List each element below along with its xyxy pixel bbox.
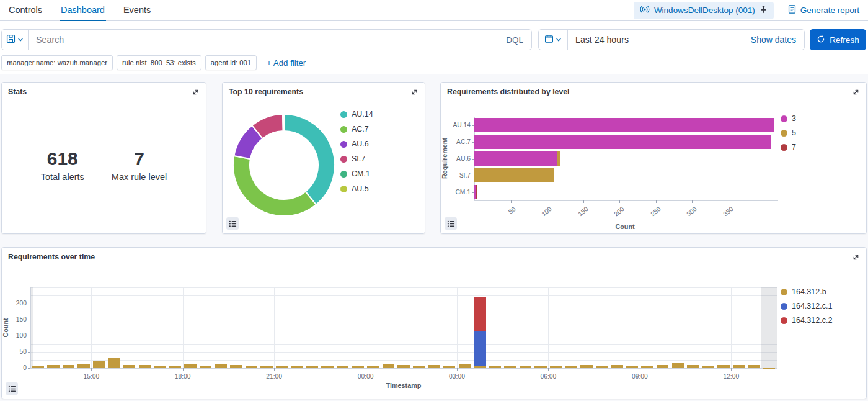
legend-item[interactable]: 3	[781, 114, 796, 123]
expand-icon[interactable]	[410, 88, 419, 96]
time-bar-segment-164.312.b[interactable]	[459, 364, 471, 368]
search-input[interactable]	[29, 35, 498, 45]
time-bar-segment-164.312.b[interactable]	[63, 365, 75, 368]
filter-pill-manager-name[interactable]: manager.name: wazuh.manager	[1, 55, 113, 70]
bar-SI.7-level-5[interactable]	[474, 168, 554, 182]
time-bar-segment-164.312.b[interactable]	[489, 366, 502, 368]
time-bar-segment-164.312.c.2[interactable]	[474, 297, 486, 331]
total-alerts-value: 618	[41, 150, 84, 168]
time-bar-segment-164.312.b[interactable]	[276, 366, 288, 368]
donut-slice-CM.1[interactable]	[283, 114, 284, 131]
time-bar-segment-164.312.b[interactable]	[717, 365, 730, 368]
time-bar-segment-164.312.c.1[interactable]	[474, 331, 486, 366]
time-bar-segment-164.312.b[interactable]	[367, 366, 379, 368]
time-bar-segment-164.312.b[interactable]	[200, 366, 212, 368]
time-bar-segment-164.312.b[interactable]	[352, 366, 365, 368]
time-bar-segment-164.312.b[interactable]	[641, 366, 653, 368]
time-bar-segment-164.312.b[interactable]	[230, 365, 242, 368]
pin-icon[interactable]	[760, 5, 768, 16]
time-bar-segment-164.312.b[interactable]	[397, 365, 410, 368]
time-bar-segment-164.312.b[interactable]	[337, 366, 349, 368]
query-bar: DQL	[1, 29, 532, 50]
time-bar-segment-164.312.b[interactable]	[611, 365, 623, 368]
show-dates-button[interactable]: Show dates	[751, 35, 804, 45]
bar-AU.6-level-5[interactable]	[557, 151, 561, 166]
time-bar-segment-164.312.b[interactable]	[413, 366, 425, 368]
legend-item[interactable]: 5	[781, 128, 796, 137]
time-bar-segment-164.312.b[interactable]	[443, 366, 456, 368]
bar-AU.6-level-3[interactable]	[474, 151, 557, 166]
refresh-button[interactable]: Refresh	[810, 29, 866, 50]
expand-icon[interactable]	[192, 88, 200, 96]
time-bar-segment-164.312.b[interactable]	[154, 366, 166, 368]
legend-item[interactable]: AU.5	[340, 184, 373, 193]
bar-AU.14-level-3[interactable]	[474, 118, 774, 132]
donut-slice-AU.14[interactable]	[284, 114, 335, 205]
legend-item[interactable]: AU.14	[340, 110, 373, 119]
time-bar-segment-164.312.b[interactable]	[550, 366, 562, 368]
time-bar-segment-164.312.b[interactable]	[626, 366, 639, 368]
time-bar-segment-164.312.b[interactable]	[215, 364, 227, 368]
time-bar-segment-164.312.b[interactable]	[123, 365, 136, 368]
tab-events[interactable]: Events	[122, 1, 152, 20]
time-bar-segment-164.312.b[interactable]	[291, 366, 303, 368]
time-bar-segment-164.312.b[interactable]	[383, 364, 395, 368]
time-bar-segment-164.312.b[interactable]	[260, 366, 273, 368]
time-bar-segment-164.312.b[interactable]	[306, 366, 319, 368]
time-bar-segment-164.312.b[interactable]	[428, 365, 440, 368]
time-bar-segment-164.312.b[interactable]	[702, 366, 715, 368]
time-bar-segment-164.312.b[interactable]	[657, 365, 669, 368]
time-bar-segment-164.312.b[interactable]	[474, 366, 486, 368]
time-bar-segment-164.312.b[interactable]	[184, 364, 197, 368]
time-bar-segment-164.312.b[interactable]	[108, 358, 120, 368]
x-tick-label: 100	[541, 205, 553, 217]
time-bar-segment-164.312.b[interactable]	[78, 364, 90, 368]
time-bar-segment-164.312.b[interactable]	[580, 365, 593, 368]
legend-label: AU.5	[352, 184, 369, 193]
time-bar-segment-164.312.b[interactable]	[687, 365, 699, 368]
tab-controls[interactable]: Controls	[7, 1, 43, 20]
generate-report-button[interactable]: Generate report	[787, 4, 859, 16]
legend-toggle-button[interactable]	[226, 217, 239, 230]
time-bar-segment-164.312.b[interactable]	[504, 366, 516, 368]
filter-pill-agent-id[interactable]: agent.id: 001	[205, 55, 257, 70]
time-bar-segment-164.312.b[interactable]	[47, 365, 60, 368]
tab-dashboard[interactable]: Dashboard	[60, 1, 106, 20]
time-bar-segment-164.312.b[interactable]	[565, 366, 578, 368]
time-bar-segment-164.312.b[interactable]	[748, 365, 760, 368]
time-bar-segment-164.312.b[interactable]	[596, 366, 608, 368]
legend-item[interactable]: 164.312.b	[781, 287, 832, 296]
bar-AC.7-level-3[interactable]	[474, 135, 771, 149]
add-filter-button[interactable]: + Add filter	[267, 58, 306, 68]
quick-select-date-button[interactable]	[539, 30, 568, 50]
time-bar-segment-164.312.b[interactable]	[246, 366, 258, 368]
time-bar-segment-164.312.b[interactable]	[534, 366, 547, 368]
legend-toggle-button[interactable]	[445, 217, 457, 230]
legend-item[interactable]: SI.7	[340, 155, 373, 163]
legend-toggle-button[interactable]	[6, 382, 18, 395]
time-range-value[interactable]: Last 24 hours	[575, 35, 629, 45]
time-bar-segment-164.312.b[interactable]	[139, 365, 151, 368]
legend-item[interactable]: CM.1	[340, 169, 373, 178]
saved-query-menu-button[interactable]	[2, 30, 29, 50]
x-tick-label: 00:00	[353, 373, 378, 380]
legend-item[interactable]: AU.6	[340, 140, 373, 148]
chevron-down-icon	[556, 34, 562, 45]
time-bar-segment-164.312.b[interactable]	[321, 366, 334, 368]
legend-item[interactable]: 164.312.c.1	[781, 302, 832, 310]
time-bar-segment-164.312.b[interactable]	[32, 366, 45, 368]
query-language-button[interactable]: DQL	[498, 35, 531, 45]
time-bar-segment-164.312.b[interactable]	[520, 366, 532, 368]
filter-pill-rule-nist[interactable]: rule.nist_800_53: exists	[117, 55, 202, 70]
legend-item[interactable]: AC.7	[340, 125, 373, 133]
time-bar-segment-164.312.b[interactable]	[733, 365, 745, 368]
donut-slice-AC.7[interactable]	[233, 156, 316, 216]
legend-item[interactable]: 7	[781, 143, 796, 151]
bar-CM.1-level-7[interactable]	[476, 185, 477, 199]
time-bar-segment-164.312.b[interactable]	[93, 361, 105, 369]
time-bar-segment-164.312.b[interactable]	[672, 363, 684, 368]
agent-chip[interactable]: WindowsDellDesktop (001)	[634, 2, 774, 19]
legend-label: AU.14	[352, 110, 373, 119]
legend-item[interactable]: 164.312.c.2	[781, 316, 832, 325]
time-bar-segment-164.312.b[interactable]	[169, 366, 182, 368]
